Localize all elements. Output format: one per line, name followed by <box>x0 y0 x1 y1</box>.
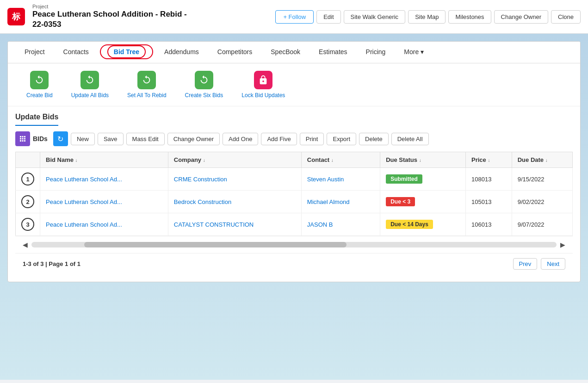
due-status-badge: Due < 3 <box>386 197 415 206</box>
contact-link[interactable]: Michael Almond <box>307 198 350 205</box>
pagination-row: 1-3 of 3 | Page 1 of 1 Prev Next <box>15 253 573 274</box>
row-number-cell: 2 <box>16 191 40 213</box>
due-status-cell: Due < 14 Days <box>380 213 466 236</box>
set-all-rebid-label: Set All To Rebid <box>127 92 167 99</box>
bid-name-cell: Peace Lutheran School Ad... <box>40 213 168 236</box>
tab-competitors[interactable]: Competitors <box>208 42 261 63</box>
prev-button[interactable]: Prev <box>513 258 538 270</box>
company-link[interactable]: Bedrock Construction <box>174 198 231 205</box>
main-container: Project Contacts Bid Tree Addendums Comp… <box>0 34 588 380</box>
update-bids-title: Update Bids <box>15 106 58 126</box>
row-number: 1 <box>21 173 34 185</box>
bids-entity-label: BIDs <box>33 135 48 142</box>
mass-edit-button[interactable]: Mass Edit <box>126 133 165 145</box>
price-cell: 105013 <box>465 191 512 213</box>
company-cell: Bedrock Construction <box>168 191 301 213</box>
export-button[interactable]: Export <box>327 133 356 145</box>
tab-project[interactable]: Project <box>15 42 54 63</box>
lock-bid-updates-action[interactable]: Lock Bid Updates <box>241 71 285 99</box>
top-header: 标 Project Peace Lutheran School Addition… <box>0 0 588 34</box>
update-all-bids-icon <box>80 71 99 89</box>
edit-button[interactable]: Edit <box>316 10 340 24</box>
add-one-button[interactable]: Add One <box>223 133 258 145</box>
col-due-date[interactable]: Due Date ↓ <box>512 152 572 168</box>
company-link[interactable]: CRME Construction <box>174 176 227 183</box>
contact-link[interactable]: JASON B <box>307 221 333 228</box>
company-cell: CATALYST CONSTRUCTION <box>168 213 301 236</box>
site-map-button[interactable]: Site Map <box>408 10 446 24</box>
more-chevron-icon: ▾ <box>421 48 424 56</box>
table-row: 2 Peace Lutheran School Ad... Bedrock Co… <box>16 191 573 213</box>
add-five-button[interactable]: Add Five <box>261 133 297 145</box>
tab-more[interactable]: More ▾ <box>395 42 433 63</box>
scroll-left-arrow[interactable]: ◀ <box>21 240 30 249</box>
col-contact[interactable]: Contact ↓ <box>301 152 380 168</box>
site-walk-button[interactable]: Site Walk Generic <box>344 10 406 24</box>
col-due-status[interactable]: Due Status ↓ <box>380 152 466 168</box>
col-bid-name[interactable]: Bid Name ↓ <box>40 152 168 168</box>
tab-addendums[interactable]: Addendums <box>155 42 208 63</box>
create-bid-action[interactable]: Create Bid <box>26 71 53 99</box>
bid-name-link[interactable]: Peace Lutheran School Ad... <box>46 221 122 228</box>
set-all-rebid-icon <box>137 71 156 89</box>
refresh-button[interactable]: ↻ <box>53 131 68 146</box>
header-actions: + Follow Edit Site Walk Generic Site Map… <box>275 10 581 24</box>
tab-specbook[interactable]: SpecBook <box>261 42 309 63</box>
logo-text: 标 <box>12 11 20 22</box>
due-date-cell: 9/15/2022 <box>512 168 572 191</box>
set-all-rebid-action[interactable]: Set All To Rebid <box>127 71 167 99</box>
bid-name-link[interactable]: Peace Lutheran School Ad... <box>46 198 122 205</box>
company-link[interactable]: CATALYST CONSTRUCTION <box>174 221 254 228</box>
pagination-info: 1-3 of 3 | Page 1 of 1 <box>23 260 80 267</box>
due-date-cell: 9/07/2022 <box>512 213 572 236</box>
tab-contacts[interactable]: Contacts <box>54 42 98 63</box>
change-owner-tool-button[interactable]: Change Owner <box>167 133 220 145</box>
create-six-bids-icon <box>195 71 213 89</box>
bids-toolbar: BIDs ↻ New Save Mass Edit Change Owner A… <box>15 131 573 146</box>
create-bid-icon <box>30 71 49 89</box>
horizontal-scrollbar: ◀ ▶ <box>15 236 573 253</box>
clone-button[interactable]: Clone <box>551 10 581 24</box>
table-row: 1 Peace Lutheran School Ad... CRME Const… <box>16 168 573 191</box>
scrollbar-track[interactable] <box>31 242 557 247</box>
bid-name-cell: Peace Lutheran School Ad... <box>40 168 168 191</box>
create-six-bids-action[interactable]: Create Six Bids <box>185 71 223 99</box>
bids-table: Bid Name ↓ Company ↓ Contact ↓ Due Statu… <box>15 152 573 236</box>
delete-all-button[interactable]: Delete All <box>391 133 429 145</box>
delete-button[interactable]: Delete <box>359 133 389 145</box>
app-logo: 标 <box>7 8 25 25</box>
milestones-button[interactable]: Milestones <box>448 10 491 24</box>
new-button[interactable]: New <box>71 133 95 145</box>
col-company[interactable]: Company ↓ <box>168 152 301 168</box>
bid-name-link[interactable]: Peace Lutheran School Ad... <box>46 176 122 183</box>
pagination-buttons: Prev Next <box>513 258 565 270</box>
follow-button[interactable]: + Follow <box>275 10 314 24</box>
scroll-right-arrow[interactable]: ▶ <box>558 240 567 249</box>
due-status-cell: Due < 3 <box>380 191 466 213</box>
contact-cell: Michael Almond <box>301 191 380 213</box>
quick-actions: Create Bid Update All Bids Set All To Re… <box>8 63 580 106</box>
contact-cell: Steven Austin <box>301 168 380 191</box>
row-number: 2 <box>21 195 34 208</box>
update-all-bids-action[interactable]: Update All Bids <box>71 71 109 99</box>
save-button[interactable]: Save <box>98 133 124 145</box>
print-button[interactable]: Print <box>300 133 324 145</box>
row-number: 3 <box>21 218 34 231</box>
tab-bid-tree[interactable]: Bid Tree <box>98 42 155 63</box>
col-price[interactable]: Price ↓ <box>465 152 512 168</box>
nav-tabs: Project Contacts Bid Tree Addendums Comp… <box>8 42 580 63</box>
company-cell: CRME Construction <box>168 168 301 191</box>
update-all-bids-label: Update All Bids <box>71 92 109 99</box>
change-owner-button[interactable]: Change Owner <box>494 10 548 24</box>
update-bids-section: Update Bids BIDs ↻ New Save Mass Edit Ch… <box>8 106 580 282</box>
due-status-badge: Submitted <box>386 174 422 184</box>
create-bid-label: Create Bid <box>26 92 53 99</box>
contact-link[interactable]: Steven Austin <box>307 176 344 183</box>
tab-pricing[interactable]: Pricing <box>357 42 395 63</box>
due-status-cell: Submitted <box>380 168 466 191</box>
contact-cell: JASON B <box>301 213 380 236</box>
due-status-badge: Due < 14 Days <box>386 220 433 229</box>
next-button[interactable]: Next <box>541 258 565 270</box>
create-six-bids-label: Create Six Bids <box>185 92 223 99</box>
tab-estimates[interactable]: Estimates <box>309 42 356 63</box>
